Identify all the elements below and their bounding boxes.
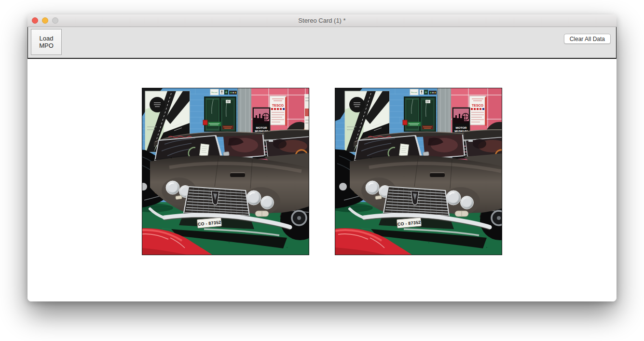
zoom-button-disabled (52, 17, 58, 24)
close-button[interactable] (32, 17, 38, 24)
stereo-photo-left-svg (142, 88, 309, 255)
clear-all-data-button[interactable]: Clear All Data (564, 34, 611, 44)
app-window: Stereo Card (1) * Load MPO Clear All Dat… (27, 14, 617, 301)
window-title: Stereo Card (1) * (298, 17, 345, 24)
load-mpo-button[interactable]: Load MPO (31, 29, 62, 55)
stereo-image-right[interactable] (335, 88, 502, 255)
title-bar[interactable]: Stereo Card (1) * (27, 14, 617, 27)
stereo-image-left[interactable] (142, 88, 309, 255)
stereo-photo-right-svg (335, 88, 502, 255)
traffic-lights (32, 17, 58, 24)
minimize-button[interactable] (42, 17, 48, 24)
toolbar: Load MPO Clear All Data (27, 27, 617, 59)
content-area (27, 59, 617, 301)
